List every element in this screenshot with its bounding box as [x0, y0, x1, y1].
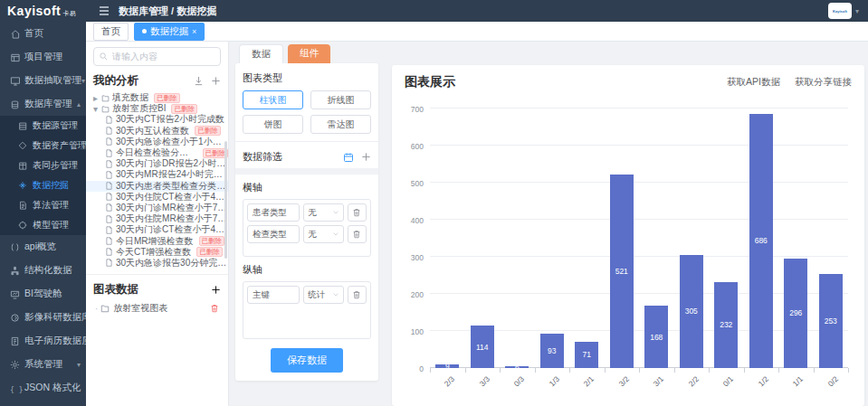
sidebar-item-system[interactable]: 系统管理▾: [0, 353, 86, 376]
chart-type-button[interactable]: 饼图: [243, 115, 303, 134]
aggregation-select[interactable]: 无: [303, 225, 344, 243]
tab-data-mining[interactable]: 数据挖掘 ×: [134, 23, 205, 41]
x-axis-category-label: 0/1: [721, 374, 735, 388]
x-axis-tick: [674, 368, 675, 373]
data-filter-label: 数据筛选: [243, 150, 336, 164]
chevron-right-icon[interactable]: ▸: [93, 93, 100, 103]
x-axis-category-label: 0/2: [825, 374, 839, 388]
chevron-down-icon: [332, 291, 339, 298]
chart-data-item-label: 放射室视图表: [113, 302, 167, 315]
calendar-icon[interactable]: [343, 152, 354, 163]
sidebar-item-model[interactable]: 模型管理: [0, 215, 86, 235]
bar-value-label: 305: [685, 307, 698, 316]
sidebar-item-label: 数据资产管理: [33, 139, 86, 152]
chart-card: 图表展示 获取API数据 获取分享链接 01002003004005006007…: [392, 65, 864, 406]
menu-collapse-icon[interactable]: [99, 6, 110, 15]
builder-card: 图表类型 柱状图折线图饼图雷达图 数据筛选 横轴 患者类型无检查: [235, 63, 378, 381]
avatar-caret-icon[interactable]: ▾: [855, 7, 859, 15]
x-axis-category-label: 0/3: [512, 374, 526, 388]
aggregation-value: 无: [308, 207, 317, 219]
x-axis-category-label: 2/1: [582, 374, 596, 388]
sidebar-item-database[interactable]: 数据库管理▴: [0, 92, 86, 116]
model-icon: [18, 221, 28, 231]
sidebar-item-structured[interactable]: 结构化数据: [0, 259, 86, 282]
sidebar-item-emr[interactable]: 电子病历数据质控: [0, 329, 86, 353]
sidebar-item-monitor[interactable]: 数据抽取管理▾: [0, 69, 86, 92]
sidebar-item-api[interactable]: api概览: [0, 235, 86, 259]
chart-display-title: 图表展示: [405, 74, 712, 90]
delete-chart-data-icon[interactable]: [210, 304, 219, 313]
sidebar-item-imaging[interactable]: 影像科研数据库: [0, 306, 86, 329]
gridline: [430, 145, 848, 146]
chart-type-button[interactable]: 雷达图: [310, 115, 371, 134]
sidebar-item-table-sync[interactable]: 表同步管理: [0, 156, 86, 175]
sidebar-item-bi[interactable]: BI驾驶舱: [0, 282, 86, 306]
tab-close-icon[interactable]: ×: [192, 27, 196, 36]
field-chip[interactable]: 患者类型: [247, 203, 300, 222]
search-input[interactable]: [112, 52, 215, 61]
gridline: [430, 256, 848, 257]
sidebar-item-json[interactable]: { }JSON 格式化: [0, 376, 86, 400]
aggregation-select[interactable]: 统计: [303, 286, 344, 304]
remove-field-button[interactable]: [348, 225, 367, 243]
tree-item[interactable]: 30天内急诊报告30分钟完成数: [86, 258, 228, 269]
sidebar-item-datasource[interactable]: 数据源管理: [0, 116, 86, 136]
y-axis-tick-label: 700: [411, 105, 424, 114]
tab-component[interactable]: 组件: [288, 44, 330, 63]
sidebar-item-asset[interactable]: 数据资产管理: [0, 136, 86, 156]
bar-value-label: 521: [615, 267, 628, 276]
chart-type-button[interactable]: 折线图: [310, 90, 371, 109]
chevron-up-icon: ▴: [77, 100, 81, 109]
emr-icon: [10, 336, 20, 346]
remove-field-button[interactable]: [348, 286, 367, 304]
get-api-data-link[interactable]: 获取API数据: [727, 76, 780, 89]
save-data-button[interactable]: 保存数据: [271, 348, 343, 373]
aggregation-select[interactable]: 无: [303, 203, 344, 222]
bi-icon: [10, 289, 20, 299]
sidebar-item-label: 模型管理: [33, 219, 69, 231]
sidebar-item-label: 表同步管理: [33, 159, 78, 172]
sidebar-item-label: 数据库管理: [24, 98, 72, 110]
x-axis-category-label: 1/1: [791, 374, 805, 388]
analysis-title: 我的分析: [93, 73, 186, 89]
get-share-link[interactable]: 获取分享链接: [795, 76, 852, 89]
tab-data[interactable]: 数据: [239, 44, 283, 63]
x-axis-category-label: 2/2: [686, 374, 700, 388]
field-chip[interactable]: 检查类型: [247, 225, 300, 243]
chart-data-title: 图表数据: [93, 282, 211, 297]
bar-value-label: 114: [476, 343, 489, 352]
x-axis-category-label: 3/3: [477, 374, 491, 388]
search-box[interactable]: [93, 47, 221, 66]
aggregation-value: 无: [308, 229, 317, 241]
sidebar-item-project[interactable]: 项目管理: [0, 45, 86, 69]
sidebar-item-algorithm[interactable]: 算法管理: [0, 195, 86, 215]
remove-field-button[interactable]: [348, 203, 367, 222]
imaging-icon: [10, 313, 20, 323]
gridline: [430, 108, 848, 109]
tab-data-mining-label: 数据挖掘: [150, 25, 188, 38]
tree-scrollbar[interactable]: [224, 141, 227, 259]
window-tabbar: 首页 数据挖掘 ×: [86, 22, 868, 42]
add-filter-icon[interactable]: [361, 152, 371, 162]
x-axis-box: 患者类型无检查类型无: [243, 199, 371, 257]
import-icon[interactable]: [194, 76, 204, 86]
field-chip[interactable]: 主键: [247, 286, 300, 304]
sidebar-submenu: 数据源管理数据资产管理表同步管理数据挖掘算法管理模型管理: [0, 116, 86, 235]
tab-home[interactable]: 首页: [93, 23, 129, 41]
add-analysis-icon[interactable]: [211, 76, 221, 86]
x-axis-tick: [465, 368, 466, 373]
chart-data-item[interactable]: ·放射室视图表: [86, 301, 228, 316]
sidebar-item-mining[interactable]: 数据挖掘: [0, 175, 86, 195]
asset-icon: [18, 141, 28, 151]
sidebar-item-home[interactable]: 首页: [0, 22, 86, 45]
user-avatar[interactable]: Kayisoft: [828, 3, 852, 19]
chevron-down-icon[interactable]: ▾: [93, 104, 100, 114]
add-chart-data-icon[interactable]: [211, 285, 221, 295]
system-icon: [10, 360, 20, 370]
doc-icon: [105, 149, 113, 157]
json-icon: { }: [10, 383, 20, 393]
axis-field-row: 患者类型无: [247, 203, 367, 222]
deleted-tag: 已删除: [195, 126, 221, 136]
search-icon: [100, 52, 108, 61]
chart-type-button[interactable]: 柱状图: [243, 90, 303, 109]
